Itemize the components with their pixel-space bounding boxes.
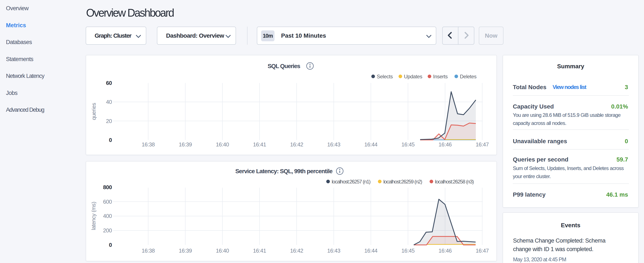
svg-text:16:44: 16:44 bbox=[364, 141, 378, 148]
svg-text:400: 400 bbox=[103, 213, 112, 219]
svg-text:localhost:26257 (n1): localhost:26257 (n1) bbox=[332, 179, 370, 184]
svg-text:16:46: 16:46 bbox=[438, 141, 452, 148]
svg-text:localhost:26259 (n2): localhost:26259 (n2) bbox=[383, 179, 422, 184]
svg-text:16:41: 16:41 bbox=[253, 247, 266, 254]
svg-text:16:43: 16:43 bbox=[327, 247, 340, 254]
svg-text:localhost:26258 (n3): localhost:26258 (n3) bbox=[435, 179, 474, 184]
svg-text:16:43: 16:43 bbox=[327, 141, 340, 148]
svg-text:16:46: 16:46 bbox=[438, 247, 452, 254]
svg-text:16:38: 16:38 bbox=[142, 141, 155, 148]
svg-text:queries: queries bbox=[90, 103, 97, 120]
svg-text:16:38: 16:38 bbox=[142, 247, 155, 254]
svg-text:16:40: 16:40 bbox=[216, 247, 229, 254]
svg-text:SQL Queries: SQL Queries bbox=[268, 63, 300, 69]
svg-text:Service Latency: SQL, 99th per: Service Latency: SQL, 99th percentile bbox=[235, 168, 332, 174]
svg-text:0: 0 bbox=[109, 242, 112, 248]
svg-text:200: 200 bbox=[103, 227, 112, 234]
svg-text:16:39: 16:39 bbox=[179, 247, 192, 254]
svg-text:40: 40 bbox=[106, 99, 112, 105]
svg-text:0: 0 bbox=[109, 137, 112, 143]
svg-text:latency (ms): latency (ms) bbox=[90, 202, 97, 230]
svg-text:16:47: 16:47 bbox=[476, 247, 489, 254]
svg-text:Inserts: Inserts bbox=[433, 74, 448, 79]
svg-text:Deletes: Deletes bbox=[460, 74, 476, 79]
svg-text:16:44: 16:44 bbox=[364, 247, 378, 254]
svg-text:Updates: Updates bbox=[404, 74, 422, 79]
svg-text:16:40: 16:40 bbox=[216, 141, 229, 148]
svg-text:Selects: Selects bbox=[377, 74, 393, 79]
svg-text:20: 20 bbox=[106, 118, 112, 124]
svg-text:16:42: 16:42 bbox=[290, 141, 303, 148]
svg-text:60: 60 bbox=[106, 80, 112, 86]
svg-text:16:47: 16:47 bbox=[476, 141, 489, 148]
svg-text:16:39: 16:39 bbox=[179, 141, 192, 148]
svg-text:16:42: 16:42 bbox=[290, 247, 303, 254]
svg-text:16:45: 16:45 bbox=[402, 141, 414, 148]
svg-text:16:41: 16:41 bbox=[253, 141, 266, 148]
svg-text:800: 800 bbox=[103, 184, 112, 190]
svg-text:600: 600 bbox=[103, 198, 112, 205]
svg-text:16:45: 16:45 bbox=[402, 247, 414, 254]
